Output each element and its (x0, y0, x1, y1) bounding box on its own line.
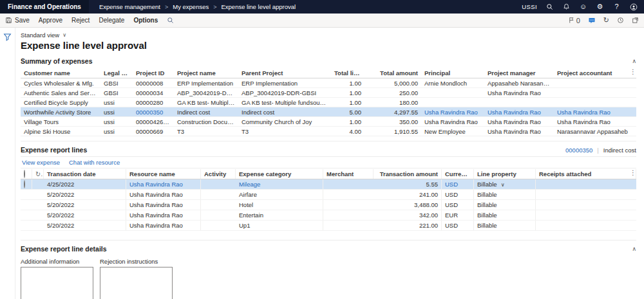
cell-project-manager-link[interactable]: Usha Ravindra Rao (484, 107, 554, 117)
column-header-total-lines[interactable]: Total lines (331, 68, 365, 78)
column-header-legal-entity[interactable]: Legal entity (100, 68, 133, 78)
cell-project-id-link[interactable]: 00000350 (133, 107, 174, 117)
chat-message-icon[interactable] (588, 17, 596, 24)
chevron-down-icon: ∨ (501, 182, 505, 188)
left-rail (0, 28, 15, 299)
cell-total-lines: 5.00 (331, 107, 365, 117)
summary-row[interactable]: Cycles Wholesaler & Mfg. GBSI 00000008 E… (21, 78, 636, 88)
summary-row-selected[interactable]: Worthwhile Activity Store ussi 00000350 … (21, 107, 636, 117)
chevron-right-icon: > (213, 4, 216, 10)
approve-button[interactable]: Approve (39, 17, 62, 24)
column-header-receipts-attached[interactable]: Receipts attached (536, 169, 636, 179)
cell-parent-project: T3 (238, 127, 331, 136)
summary-row[interactable]: Certified Bicycle Supply ussi 00000280 G… (21, 98, 636, 107)
column-header-resource-name[interactable]: Resource name (126, 169, 201, 179)
chat-with-resource-link[interactable]: Chat with resource (69, 159, 120, 166)
expense-line-row[interactable]: 5/20/2022 Usha Ravindra Rao Airfare 241.… (21, 190, 636, 200)
attachments-icon[interactable]: 0 (568, 17, 580, 24)
expense-lines-grid-header: ↻ Transaction date Resource name Activit… (21, 168, 636, 179)
grid-more-options-icon[interactable]: ⋮ (630, 68, 636, 75)
breadcrumb-item-expense-management[interactable]: Expense management (99, 3, 160, 10)
summary-row[interactable]: Alpine Ski House ussi 00000669 T3 T3 4.0… (21, 127, 636, 136)
column-header-total-amount[interactable]: Total amount (365, 68, 421, 78)
expense-line-row-selected[interactable]: 4/25/2022 Usha Ravindra Rao Mileage 5.55… (21, 179, 636, 190)
grid-more-options-icon[interactable]: ⋮ (630, 169, 636, 176)
view-expense-link[interactable]: View expense (22, 159, 60, 166)
cell-parent-project: ABP_30042019-DDR-GBSI (238, 88, 331, 98)
account-avatar-icon[interactable] (629, 3, 638, 11)
options-button[interactable]: Options (133, 17, 158, 24)
cell-principal-link[interactable]: Usha Ravindra Rao (421, 107, 484, 117)
feedback-smiley-icon[interactable]: ☺ (579, 3, 587, 11)
reject-button[interactable]: Reject (71, 17, 90, 24)
search-icon[interactable] (545, 3, 554, 11)
column-header-project-id[interactable]: Project ID (133, 68, 174, 78)
refresh-icon[interactable]: ↻ (603, 16, 609, 24)
actionbar-search-icon[interactable] (167, 17, 174, 24)
column-header-merchant[interactable]: Merchant (323, 169, 374, 179)
cell-parent-project: Indirect cost (238, 107, 331, 117)
cell-project-accountant-link[interactable]: Usha Ravindra Rao (554, 107, 636, 117)
cell-legal-entity: ussi (100, 98, 133, 107)
settings-gear-icon[interactable]: ⚙ (596, 3, 604, 11)
page-body: Standard view ∨ Expense line level appro… (0, 28, 644, 299)
column-header-expense-category[interactable]: Expense category (236, 169, 323, 179)
cell-transaction-amount: 241.00 (374, 190, 442, 199)
line-property-dropdown[interactable]: Billable∨ (474, 179, 536, 190)
column-header-transaction-date[interactable]: Transaction date (44, 169, 126, 179)
summary-row[interactable]: Authentic Sales and Service GBSI 0000003… (21, 88, 636, 98)
cell-total-amount: 5,000.00 (365, 78, 421, 88)
view-selector-label: Standard view (21, 32, 59, 39)
additional-information-input[interactable] (21, 267, 93, 299)
rejection-instructions-input[interactable] (100, 267, 173, 299)
cell-currency-link[interactable]: USD (442, 179, 474, 189)
column-header-line-property[interactable]: Line property (474, 169, 536, 179)
cell-line-property: Billable (474, 221, 536, 230)
expense-line-row[interactable]: 5/20/2022 Usha Ravindra Rao Up1 221.00 U… (21, 221, 636, 231)
column-header-parent-project[interactable]: Parent Project (238, 68, 331, 78)
column-header-project-name[interactable]: Project name (174, 68, 238, 78)
help-icon[interactable]: ? (612, 3, 621, 11)
summary-row[interactable]: Village Tours ussi 00000426.30 Construct… (21, 117, 636, 127)
collapse-chevron-icon[interactable]: ∧ (632, 246, 636, 252)
project-reference-id[interactable]: 00000350 (565, 147, 592, 154)
cell-project-id: 00000008 (133, 78, 174, 88)
save-button[interactable]: Save (5, 17, 30, 24)
cell-transaction-amount: 342.00 (374, 210, 442, 220)
cell-resource-name: Usha Ravindra Rao (126, 210, 201, 220)
history-clock-icon[interactable] (617, 17, 624, 24)
cell-expense-category-link[interactable]: Mileage (236, 179, 323, 189)
cell-project-accountant: Narasannavar Appasaheb (554, 127, 636, 136)
column-header-customer-name[interactable]: Customer name (21, 68, 100, 78)
open-in-new-window-icon[interactable] (632, 17, 639, 24)
cell-resource-name-link[interactable]: Usha Ravindra Rao (126, 179, 201, 189)
delegate-button[interactable]: Delegate (99, 17, 124, 24)
cell-customer-name: Alpine Ski House (21, 127, 100, 136)
cell-customer-name: Authentic Sales and Service (21, 88, 100, 98)
company-picker[interactable]: USSI (522, 3, 537, 10)
cell-line-property: Billable (474, 210, 536, 220)
row-select-radio[interactable] (21, 179, 32, 189)
expense-line-row[interactable]: 5/20/2022 Usha Ravindra Rao Entertain 34… (21, 210, 636, 221)
cell-project-name: T3 (174, 127, 238, 136)
column-header-principal[interactable]: Principal (421, 68, 484, 78)
line-property-value: Billable (477, 181, 497, 188)
project-reference: 00000350 | Indirect cost (565, 147, 636, 154)
collapse-chevron-icon[interactable]: ∧ (632, 58, 636, 64)
breadcrumb-item-my-expenses[interactable]: My expenses (173, 3, 209, 10)
column-header-project-manager[interactable]: Project manager (484, 68, 554, 78)
view-selector[interactable]: Standard view ∨ (21, 32, 66, 39)
column-header-activity[interactable]: Activity (201, 169, 236, 179)
column-header-currency[interactable]: Currency (442, 169, 474, 179)
cell-legal-entity: ussi (100, 127, 133, 136)
refresh-column-icon[interactable]: ↻ (32, 169, 44, 179)
column-header-transaction-amount[interactable]: Transaction amount (374, 169, 442, 179)
app-title[interactable]: Finance and Operations (0, 0, 89, 14)
select-all-radio[interactable] (21, 169, 32, 179)
filter-funnel-icon[interactable] (3, 32, 12, 299)
cell-currency: USD (442, 190, 474, 199)
column-header-project-accountant[interactable]: Project accountant (554, 68, 636, 78)
expense-line-row[interactable]: 5/20/2022 Usha Ravindra Rao Hotel 3,488.… (21, 200, 636, 210)
cell-resource-name: Usha Ravindra Rao (126, 221, 201, 230)
notifications-bell-icon[interactable] (562, 3, 571, 11)
